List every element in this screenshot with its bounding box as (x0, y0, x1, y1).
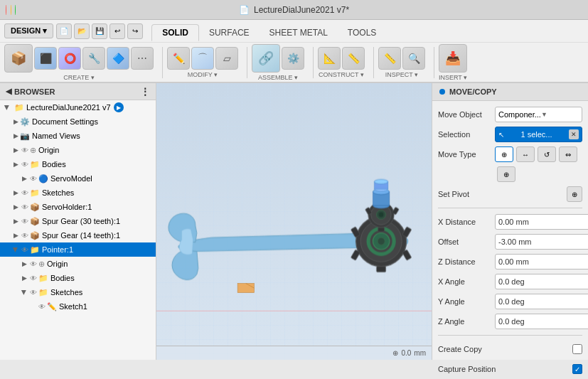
eye-servoholder[interactable]: 👁 (21, 203, 28, 211)
z-distance-input[interactable] (495, 254, 588, 269)
tree-item-spurgear30[interactable]: ▶ 👁 📦 Spur Gear (30 teeth):1 (0, 214, 156, 228)
eye-origin[interactable]: 👁 (21, 146, 28, 154)
expand-namedviews[interactable]: ▶ (11, 132, 20, 139)
expand-pointer-bodies[interactable]: ▶ (20, 274, 28, 282)
joint-btn[interactable]: 🔗 (252, 44, 280, 73)
interference-btn[interactable]: 🔍 (402, 47, 425, 70)
chamfer-btn[interactable]: ▱ (215, 47, 238, 70)
expand-bodies[interactable]: ▶ (11, 161, 20, 168)
new-component-btn[interactable]: 📦 (4, 44, 33, 73)
browser-title: BROWSER (14, 87, 55, 96)
loft-btn[interactable]: 🔷 (107, 47, 129, 70)
close-btn[interactable] (6, 5, 6, 15)
tab-sheetmetal[interactable]: SHEET METAL (260, 24, 338, 41)
tab-tools[interactable]: TOOLS (338, 24, 386, 41)
selection-field[interactable]: ↖ 1 selec... ✕ (495, 127, 582, 142)
tree-item-pointer-sketches[interactable]: ▶ 👁 📁 Sketches (0, 285, 156, 299)
expand-pointer1[interactable]: ▶ (12, 245, 19, 254)
eye-sketches[interactable]: 👁 (21, 189, 28, 197)
offset-input[interactable] (495, 234, 588, 250)
extrude-btn[interactable]: ⬛ (34, 47, 57, 70)
tree-item-servomodel[interactable]: ▶ 👁 🔵 ServoModel (0, 171, 156, 186)
sweep-btn[interactable]: 🔧 (82, 47, 105, 70)
move-type-freemove-btn[interactable]: ⊕ (495, 146, 513, 162)
new-file-btn[interactable]: 📄 (56, 23, 72, 39)
tree-item-namedviews[interactable]: ▶ 📷 Named Views (0, 129, 156, 143)
capture-position-checkbox[interactable]: ✓ (572, 364, 582, 374)
insert-icons: 📥 (439, 44, 467, 73)
tree-item-root[interactable]: ▶ 📁 LectureDialJune2021 v7 ▶ (0, 100, 156, 114)
revolve-btn[interactable]: ⭕ (58, 47, 81, 70)
eye-pointer-bodies[interactable]: 👁 (30, 274, 37, 282)
expand-pointer-sketches[interactable]: ▶ (21, 288, 28, 297)
eye-spurgear30[interactable]: 👁 (21, 218, 28, 225)
eye-spurgear14[interactable]: 👁 (21, 232, 28, 240)
tree-item-docsettings[interactable]: ▶ ⚙️ Document Settings (0, 114, 156, 129)
icon-docsettings: ⚙️ (20, 117, 30, 127)
tree-item-origin[interactable]: ▶ 👁 ⊕ Origin (0, 143, 156, 157)
tree-item-bodies[interactable]: ▶ 👁 📁 Bodies (0, 157, 156, 171)
expand-root[interactable]: ▶ (4, 103, 11, 112)
move-type-rotate-btn[interactable]: ↺ (538, 146, 556, 162)
tree-item-pointer-origin[interactable]: ▶ 👁 ⊕ Origin (0, 257, 156, 271)
browser-settings-btn[interactable]: ⋮ (140, 86, 150, 97)
browser-panel: ◀ BROWSER ⋮ ▶ 📁 LectureDialJune2021 v7 ▶… (0, 83, 156, 360)
maximize-btn[interactable] (15, 5, 16, 15)
x-angle-input[interactable] (495, 274, 588, 289)
tab-surface[interactable]: SURFACE (199, 24, 260, 41)
svg-point-9 (378, 237, 385, 245)
expand-origin[interactable]: ▶ (11, 146, 20, 154)
y-angle-input[interactable] (495, 294, 588, 309)
eye-bodies[interactable]: 👁 (21, 161, 28, 169)
as-built-joint-btn[interactable]: ⚙️ (282, 47, 304, 70)
tree-item-sketches[interactable]: ▶ 👁 📁 Sketches (0, 186, 156, 200)
expand-spurgear14[interactable]: ▶ (11, 232, 20, 239)
tree-item-sketch1[interactable]: ▶ 👁 ✏️ Sketch1 (0, 299, 156, 314)
viewport[interactable]: ⊕ 0.0 mm (156, 83, 432, 360)
insert-derive-btn[interactable]: 📥 (439, 44, 467, 73)
expand-pointer-origin[interactable]: ▶ (20, 260, 28, 267)
browser-controls: ⋮ (140, 86, 150, 97)
design-menu-button[interactable]: DESIGN ▾ (4, 23, 53, 38)
tab-solid[interactable]: SOLID (151, 24, 199, 41)
eye-pointer1[interactable]: 👁 (21, 246, 28, 254)
set-pivot-btn[interactable]: ⊕ (567, 186, 582, 202)
midplane-btn[interactable]: 📏 (342, 47, 365, 70)
eye-pointer-origin[interactable]: 👁 (30, 260, 37, 268)
expand-servoholder[interactable]: ▶ (11, 203, 20, 210)
eye-pointer-sketches[interactable]: 👁 (30, 289, 37, 297)
move-type-scale-btn[interactable]: ⇔ (559, 146, 577, 162)
z-angle-input[interactable] (495, 314, 588, 329)
undo-btn[interactable]: ↩ (109, 23, 125, 39)
expand-sketches[interactable]: ▶ (11, 189, 20, 196)
tree-item-pointer-bodies[interactable]: ▶ 👁 📁 Bodies (0, 271, 156, 285)
create-copy-checkbox[interactable] (572, 344, 582, 354)
tree-item-spurgear14[interactable]: ▶ 👁 📦 Spur Gear (14 teeth):1 (0, 228, 156, 242)
selection-clear-btn[interactable]: ✕ (569, 129, 579, 139)
tree-item-servoholder[interactable]: ▶ 👁 📦 ServoHolder:1 (0, 200, 156, 214)
move-type-extra-btn[interactable]: ⊕ (497, 166, 515, 182)
tree-item-pointer1[interactable]: ▶ 👁 📁 Pointer:1 (0, 242, 156, 257)
measure-btn[interactable]: 📏 (378, 47, 401, 70)
save-btn[interactable]: 💾 (92, 23, 107, 39)
selection-value: 1 selec... (520, 130, 552, 139)
x-distance-input[interactable] (495, 214, 588, 230)
expand-spurgear30[interactable]: ▶ (11, 218, 20, 225)
fillet-btn[interactable]: ⌒ (191, 47, 214, 70)
title-bar: 📄 LectureDialJune2021 v7* (0, 0, 588, 20)
press-pull-btn[interactable]: ✏️ (167, 47, 190, 70)
eye-sketch1[interactable]: 👁 (38, 303, 46, 311)
expand-docsettings[interactable]: ▶ (11, 118, 20, 125)
redo-btn[interactable]: ↪ (127, 23, 143, 39)
modify-group: ✏️ ⌒ ▱ MODIFY ▾ (167, 47, 238, 78)
eye-servomodel[interactable]: 👁 (30, 175, 37, 183)
open-btn[interactable]: 📂 (74, 23, 90, 39)
create-more-btn[interactable]: ⋯ (131, 47, 154, 70)
window-controls[interactable] (6, 5, 16, 15)
move-type-translate-btn[interactable]: ↔ (516, 146, 535, 162)
minimize-btn[interactable] (11, 5, 11, 15)
expand-servomodel[interactable]: ▶ (20, 175, 28, 182)
move-object-select[interactable]: Componer... ▼ (495, 107, 582, 122)
offset-plane-btn[interactable]: 📐 (318, 47, 341, 70)
browser-collapse-btn[interactable]: ◀ (6, 87, 11, 96)
